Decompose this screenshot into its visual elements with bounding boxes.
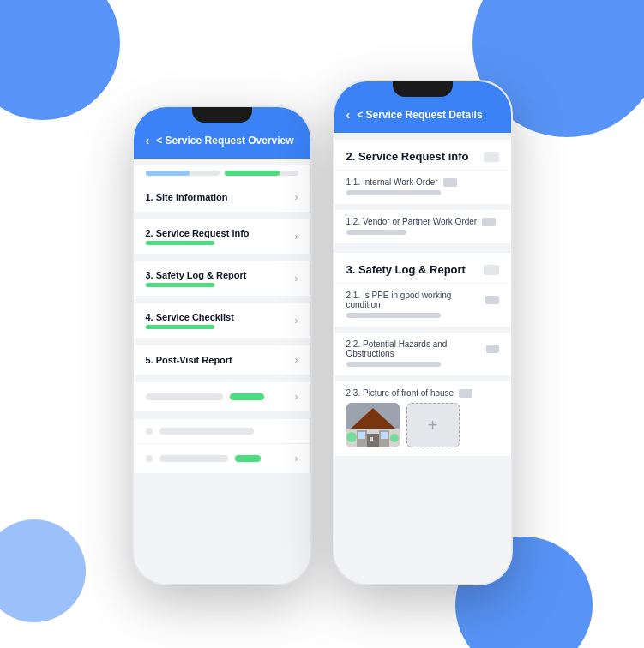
field-2-1-badge bbox=[485, 296, 498, 304]
spacer-4 bbox=[134, 339, 310, 345]
skel-dot-3 bbox=[146, 455, 153, 462]
phone-right-title: < Service Request Details bbox=[357, 109, 482, 121]
chevron-4: › bbox=[295, 315, 298, 327]
svg-rect-5 bbox=[358, 432, 365, 439]
menu-item-1-left: 1. Site Information bbox=[146, 192, 228, 202]
skel-block-2 bbox=[159, 428, 254, 435]
field-2-2-label: 2.2. Potential Hazards and Obstructions bbox=[346, 339, 499, 358]
field-1-2-value bbox=[346, 230, 406, 235]
field-1-1-label: 1.1. Internal Work Order bbox=[346, 177, 499, 187]
skel-block-3b bbox=[235, 455, 261, 462]
phone-left-body: 1. Site Information › 2. Service Request… bbox=[134, 159, 310, 584]
back-arrow-right: ‹ bbox=[346, 108, 351, 122]
field-1-2-badge bbox=[482, 218, 496, 226]
menu-item-4-left: 4. Service Checklist bbox=[146, 312, 234, 329]
svg-rect-6 bbox=[381, 432, 388, 439]
progress-bg-1 bbox=[146, 171, 220, 176]
field-2-3-badge bbox=[459, 389, 472, 398]
spacer-6 bbox=[134, 412, 310, 419]
field-2-1-value bbox=[346, 313, 441, 318]
chevron-5: › bbox=[295, 354, 298, 366]
menu-item-3[interactable]: 3. Safety Log & Report › bbox=[134, 261, 310, 296]
field-2-3-label: 2.3. Picture of front of house bbox=[346, 388, 499, 398]
menu-item-3-sub bbox=[146, 283, 214, 287]
skel-block-3 bbox=[159, 455, 228, 462]
field-2-2: 2.2. Potential Hazards and Obstructions bbox=[334, 333, 511, 375]
section-3-header: 3. Safety Log & Report bbox=[334, 253, 511, 283]
progress-fill-green bbox=[225, 171, 280, 176]
right-spacer-2 bbox=[334, 244, 511, 253]
menu-item-1[interactable]: 1. Site Information › bbox=[134, 183, 310, 212]
skeleton-1: › bbox=[134, 382, 310, 411]
chevron-2: › bbox=[295, 231, 298, 243]
progress-row-top bbox=[134, 165, 310, 183]
field-2-2-badge bbox=[486, 345, 498, 353]
phone-left-title: < Service Request Overview bbox=[156, 135, 293, 147]
progress-fill-blue bbox=[146, 171, 190, 176]
svg-point-9 bbox=[346, 432, 357, 442]
phone-right: ‹ < Service Request Details 2. Service R… bbox=[333, 80, 513, 585]
section-2-title: 2. Service Request info bbox=[346, 150, 469, 163]
progress-bg-2 bbox=[225, 171, 298, 176]
skel-dot-2 bbox=[146, 428, 153, 435]
chevron-3: › bbox=[295, 273, 298, 285]
field-1-1-value bbox=[346, 190, 441, 195]
menu-item-1-title: 1. Site Information bbox=[146, 192, 228, 202]
chevron-skel-1: › bbox=[295, 391, 298, 403]
field-2-2-value bbox=[346, 362, 441, 367]
svg-rect-8 bbox=[370, 437, 373, 441]
menu-item-4-title: 4. Service Checklist bbox=[146, 312, 234, 322]
menu-item-3-left: 3. Safety Log & Report bbox=[146, 270, 247, 287]
menu-item-2[interactable]: 2. Service Request info › bbox=[134, 219, 310, 254]
field-2-3: 2.3. Picture of front of house bbox=[334, 381, 511, 456]
spacer-5 bbox=[134, 375, 310, 382]
skel-block-1b bbox=[230, 393, 264, 400]
spacer-1 bbox=[134, 213, 310, 219]
menu-item-3-title: 3. Safety Log & Report bbox=[146, 270, 247, 280]
menu-item-2-left: 2. Service Request info bbox=[146, 228, 250, 245]
phone-left: ‹ < Service Request Overview 1. Site Inf… bbox=[132, 105, 312, 585]
menu-item-4[interactable]: 4. Service Checklist › bbox=[134, 303, 310, 338]
menu-item-2-sub bbox=[146, 241, 214, 245]
skel-block-1a bbox=[146, 393, 223, 400]
phone-right-body: 2. Service Request info 1.1. Internal Wo… bbox=[334, 133, 511, 584]
field-1-2: 1.2. Vendor or Partner Work Order bbox=[334, 210, 511, 243]
spacer-2 bbox=[134, 255, 310, 261]
house-thumbnail bbox=[346, 403, 400, 447]
skel-row-1 bbox=[146, 393, 264, 400]
chevron-1: › bbox=[295, 191, 298, 203]
field-1-1: 1.1. Internal Work Order bbox=[334, 171, 511, 204]
section-3-title: 3. Safety Log & Report bbox=[346, 263, 466, 276]
skeleton-3: › bbox=[134, 444, 310, 473]
background-blob-bl bbox=[0, 519, 86, 622]
spacer-3 bbox=[134, 297, 310, 303]
menu-item-5-title: 5. Post-Visit Report bbox=[146, 355, 232, 365]
skeleton-2 bbox=[134, 419, 310, 443]
section-2-badge bbox=[484, 152, 499, 162]
field-2-1: 2.1. Is PPE in good working condition bbox=[334, 284, 511, 327]
skel-row-2 bbox=[146, 428, 254, 435]
field-2-3-images: + bbox=[346, 403, 499, 447]
section-3-badge bbox=[484, 265, 499, 275]
notch-right bbox=[393, 81, 453, 97]
menu-item-2-title: 2. Service Request info bbox=[146, 228, 250, 238]
field-1-1-badge bbox=[443, 178, 457, 187]
background-blob-tl bbox=[0, 0, 120, 120]
image-placeholder-2: + bbox=[406, 403, 460, 447]
house-svg bbox=[346, 403, 400, 447]
section-2-header: 2. Service Request info bbox=[334, 140, 511, 170]
phones-container: ‹ < Service Request Overview 1. Site Inf… bbox=[132, 63, 513, 585]
notch-left bbox=[192, 107, 252, 123]
svg-point-10 bbox=[390, 434, 399, 442]
add-image-icon: + bbox=[428, 416, 438, 435]
chevron-skel-3: › bbox=[295, 453, 298, 465]
field-1-2-label: 1.2. Vendor or Partner Work Order bbox=[346, 217, 499, 226]
menu-item-5[interactable]: 5. Post-Visit Report › bbox=[134, 345, 310, 375]
skel-row-3 bbox=[146, 455, 261, 462]
field-2-1-label: 2.1. Is PPE in good working condition bbox=[346, 291, 499, 309]
back-arrow-left: ‹ bbox=[146, 134, 150, 147]
menu-item-4-sub bbox=[146, 325, 214, 329]
menu-item-5-left: 5. Post-Visit Report bbox=[146, 355, 232, 365]
